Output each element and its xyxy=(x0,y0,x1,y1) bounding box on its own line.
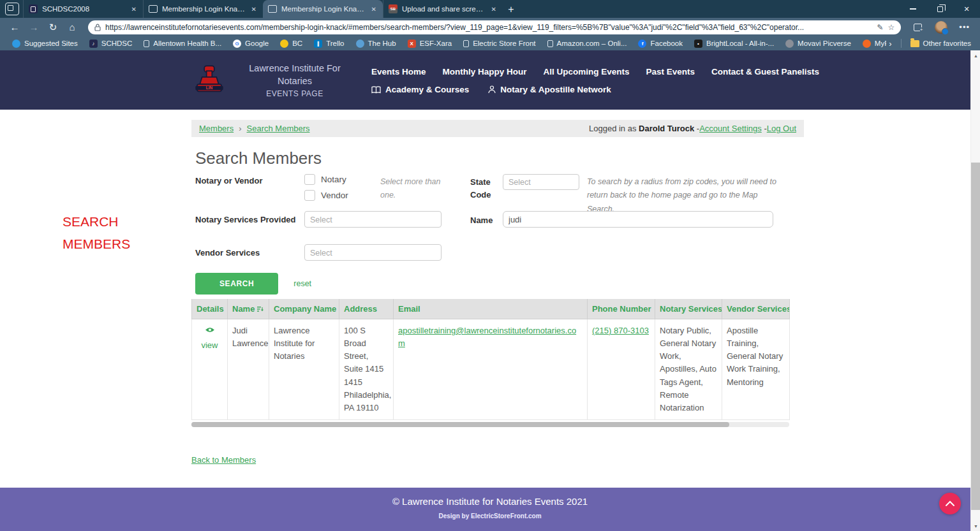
bookmarks-divider xyxy=(901,39,902,48)
bookmark-movavi-picverse[interactable]: Movavi Picverse xyxy=(780,36,857,50)
bookmark-google[interactable]: GGoogle xyxy=(227,36,274,50)
name-input[interactable] xyxy=(503,211,773,228)
scrollbar-up-icon[interactable]: ▲ xyxy=(971,51,980,60)
url-text: https://lawrenceinstitutefornotarieseven… xyxy=(105,23,873,32)
bookmark-label: MyFoodDiary xyxy=(875,40,886,47)
tab-title: Upload and share screenshots a... xyxy=(402,5,486,13)
checkbox-label: Notary xyxy=(321,175,346,184)
collections-icon[interactable] xyxy=(914,24,922,31)
col-email: Email xyxy=(394,299,588,319)
footer-design-credit: Design by ElectricStoreFront.com xyxy=(0,513,980,520)
bookmark-label: Facebook xyxy=(650,40,683,47)
search-button[interactable]: SEARCH xyxy=(195,273,278,295)
multi-select-hint: Select more than one. xyxy=(380,175,447,203)
bookmark-schdsc[interactable]: ♪SCHDSC xyxy=(84,36,138,50)
browser-tab-membership-active[interactable]: Membership Login Knack | LIN - ✕ xyxy=(263,0,383,18)
site-logo[interactable]: LIN Lawrence Institute For Notaries EVEN… xyxy=(193,62,356,99)
state-code-select[interactable] xyxy=(503,174,579,190)
phone-link[interactable]: (215) 870-3103 xyxy=(592,326,649,335)
address-bar[interactable]: https://lawrenceinstitutefornotarieseven… xyxy=(88,20,901,34)
col-name[interactable]: Name xyxy=(228,299,269,319)
table-header-row: Details Name Company Name Address Email … xyxy=(192,299,790,319)
workspaces-icon[interactable] xyxy=(5,3,19,15)
profile-avatar[interactable] xyxy=(935,21,947,34)
horizontal-scrollbar[interactable] xyxy=(191,422,789,427)
tab-close-icon[interactable]: ✕ xyxy=(130,6,138,13)
nav-academy-courses[interactable]: Academy & Courses xyxy=(371,85,469,94)
bookmark-the-hub[interactable]: The Hub xyxy=(350,36,402,50)
browser-tab-upload-screenshots[interactable]: SB Upload and share screenshots a... ✕ xyxy=(383,0,503,18)
chevron-up-icon xyxy=(945,500,955,507)
bookmark-myfooddiary[interactable]: MyFoodDiary xyxy=(857,36,886,50)
notary-services-cell: Notary Public, General Notary Work, Apos… xyxy=(655,319,722,420)
notary-services-select[interactable] xyxy=(304,211,442,228)
notary-or-vendor-label: Notary or Vendor xyxy=(195,176,262,185)
email-cell: apostilletraining@lawrenceinstituteforno… xyxy=(394,319,588,420)
breadcrumb-members-link[interactable]: Members xyxy=(199,124,234,133)
browser-tab-schdsc2008[interactable]: SCHDSC2008 ✕ xyxy=(23,0,143,18)
scroll-to-top-button[interactable] xyxy=(939,493,961,514)
tab-close-icon[interactable]: ✕ xyxy=(370,6,378,13)
minimize-button[interactable] xyxy=(900,0,926,18)
new-tab-button[interactable]: + xyxy=(503,1,519,18)
nav-monthly-happy-hour[interactable]: Monthly Happy Hour xyxy=(443,67,527,76)
bookmarks-overflow-icon[interactable]: › xyxy=(886,39,894,48)
back-to-members-link[interactable]: Back to Members xyxy=(191,455,256,465)
bookmark-trello[interactable]: ∥Trello xyxy=(308,36,350,50)
bookmark-suggested-sites[interactable]: Suggested Sites xyxy=(6,36,84,50)
vendor-services-select[interactable] xyxy=(304,244,442,261)
browser-toolbar: ← → ↻ ⌂ https://lawrenceinstitutefornota… xyxy=(0,18,980,36)
tab-close-icon[interactable]: ✕ xyxy=(250,6,258,13)
bookmark-label: Allentown Health B... xyxy=(153,40,221,47)
checkbox-icon[interactable] xyxy=(304,174,315,185)
bookmark-label: SCHDSC xyxy=(101,40,133,47)
reset-link[interactable]: reset xyxy=(293,279,311,288)
favorite-star-icon[interactable]: ☆ xyxy=(888,23,895,32)
view-link[interactable]: view xyxy=(201,339,218,352)
refresh-button[interactable]: ↻ xyxy=(45,20,61,35)
bookmark-facebook[interactable]: fFacebook xyxy=(632,36,688,50)
checkbox-icon[interactable] xyxy=(304,190,315,201)
bookmark-esf-xara[interactable]: XESF-Xara xyxy=(402,36,458,50)
horizontal-scrollbar-thumb[interactable] xyxy=(191,422,729,427)
close-button[interactable]: ✕ xyxy=(953,0,980,18)
bookmark-electric-store-front[interactable]: Electric Store Front xyxy=(457,36,541,50)
view-eye-icon[interactable] xyxy=(205,326,215,333)
notary-checkbox[interactable]: Notary xyxy=(304,174,346,185)
other-favorites-label: Other favorites xyxy=(923,40,971,47)
browser-tab-membership-1[interactable]: Membership Login Knack | LIN - ✕ xyxy=(143,0,263,18)
breadcrumb-search-members-link[interactable]: Search Members xyxy=(247,124,310,133)
tab-strip: SCHDSC2008 ✕ Membership Login Knack | LI… xyxy=(23,0,519,18)
email-link[interactable]: apostilletraining@lawrenceinstituteforno… xyxy=(398,326,576,348)
vertical-scrollbar[interactable]: ▲ ▼ xyxy=(970,50,980,531)
back-button[interactable]: ← xyxy=(6,20,23,35)
movavi-icon xyxy=(785,40,794,48)
scrollbar-down-icon[interactable]: ▼ xyxy=(971,521,980,530)
settings-menu-icon[interactable]: ••• xyxy=(959,22,970,32)
col-company-name: Company Name xyxy=(269,299,339,319)
col-phone-number: Phone Number xyxy=(588,299,655,319)
vendor-checkbox[interactable]: Vendor xyxy=(304,190,348,201)
company-cell: Lawrence Institute for Notaries xyxy=(269,319,339,420)
other-favorites-button[interactable]: Other favorites xyxy=(908,36,974,50)
log-out-link[interactable]: Log Out xyxy=(767,124,796,133)
bookmark-bc[interactable]: BC xyxy=(274,36,308,50)
forward-button[interactable]: → xyxy=(26,20,42,35)
vertical-scrollbar-thumb[interactable] xyxy=(971,163,980,510)
nav-past-events[interactable]: Past Events xyxy=(646,67,695,76)
nav-contact-guest-panelists[interactable]: Contact & Guest Panelists xyxy=(711,67,819,76)
restore-button[interactable] xyxy=(926,0,953,18)
home-button[interactable]: ⌂ xyxy=(64,20,80,35)
nav-events-home[interactable]: Events Home xyxy=(371,67,426,76)
nav-notary-apostille-network[interactable]: Notary & Apostille Network xyxy=(488,85,611,94)
person-icon xyxy=(488,85,496,94)
bookmark-amazon-com-onli[interactable]: Amazon.com – Onli... xyxy=(542,36,633,50)
nav-all-upcoming-events[interactable]: All Upcoming Events xyxy=(544,67,630,76)
phone-cell: (215) 870-3103 xyxy=(588,319,655,420)
edit-url-icon[interactable]: ✎ xyxy=(877,23,884,32)
tab-close-icon[interactable]: ✕ xyxy=(490,6,498,13)
bookmark-allentown-health-b[interactable]: Allentown Health B... xyxy=(138,36,227,50)
bookmark-brightlocal-all-in[interactable]: •BrightLocal - All-in-... xyxy=(688,36,780,50)
account-settings-link[interactable]: Account Settings xyxy=(699,124,762,133)
page-favicon xyxy=(268,5,277,13)
